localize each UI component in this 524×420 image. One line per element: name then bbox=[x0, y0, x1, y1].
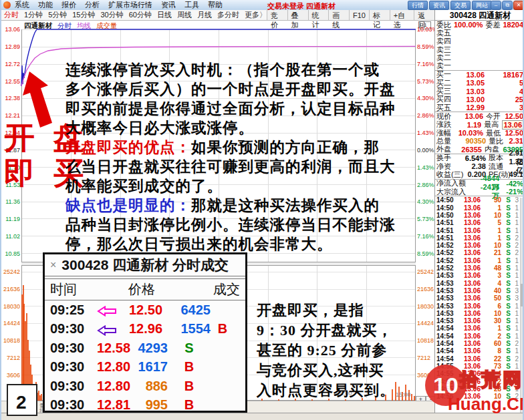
annotation-line: 开盘即买的优点：如果你预测的方向正确，那 bbox=[66, 138, 432, 157]
tick-row[interactable]: 14:52 13.06 21 S 2 bbox=[435, 249, 524, 256]
period-tab[interactable]: 30分钟 bbox=[101, 10, 124, 20]
period-tab[interactable]: 日线 bbox=[157, 10, 172, 20]
annotation-line: 大概率今日必大涨或涨停。 bbox=[66, 118, 432, 138]
toolbar-action-button[interactable]: 标记 bbox=[369, 10, 390, 20]
toolbar-action-button[interactable]: F10 bbox=[349, 10, 369, 20]
annotation-line: 停，那么次日亏损出来的机会非常大。 bbox=[66, 234, 432, 254]
toolbar-action-button[interactable]: +自选 bbox=[390, 10, 414, 20]
period-tab[interactable]: 月线 bbox=[197, 10, 212, 20]
tick-trade-popup[interactable]: × 300428 四通新材 分时成交 时间 价格 成交 09:25 12.50 … bbox=[43, 252, 247, 413]
period-tab[interactable]: 多分时 bbox=[217, 10, 239, 20]
table-row[interactable]: 09:25 12.50 6425 bbox=[45, 300, 245, 320]
menu-item[interactable]: 工具 bbox=[184, 0, 199, 10]
period-tab[interactable]: 5分钟 bbox=[48, 10, 67, 20]
menu-item[interactable]: 系统 bbox=[15, 0, 29, 10]
tick-row[interactable]: 14:51 13.06 1 S 2 bbox=[435, 234, 524, 242]
menu-item[interactable]: 扩展市场行情 bbox=[108, 0, 152, 10]
window-controls: – ⧉ ✕ bbox=[491, 1, 524, 10]
step-number-badge: 2 bbox=[7, 384, 37, 416]
titlebar-nav-button[interactable]: 交易 bbox=[450, 1, 471, 10]
annotation-line: 甚至的 9:25 分前参 bbox=[257, 341, 430, 361]
quote-row: 卖一 bbox=[435, 61, 524, 69]
tick-row[interactable]: 14:54 13.06 1 S 1 bbox=[435, 325, 524, 332]
titlebar-nav-button[interactable]: 行情 bbox=[408, 1, 428, 10]
period-tab[interactable]: 15分钟 bbox=[72, 10, 95, 20]
period-toolbar: 分时1分钟5分钟15分钟30分钟60分钟日线周线月线多分时更多〉 竞价叠加统计画… bbox=[1, 10, 434, 21]
tick-row[interactable]: 14:53 13.06 10 S 1 bbox=[435, 310, 524, 317]
annotation-paragraph-bottom: 开盘即买，是指 9：30 分开盘就买， 甚至的 9:25 分前参 与竞价买入,这… bbox=[257, 300, 430, 401]
tick-row[interactable]: 14:55 13.06 4 S 1 bbox=[435, 370, 524, 377]
highlight-arrow-icon bbox=[97, 304, 117, 315]
toolbar-action-button[interactable]: 竞价 bbox=[267, 10, 287, 20]
quote-sidebar: 委比 100.00% 委差 18204 卖五 卖四 卖三 bbox=[434, 21, 524, 413]
table-row[interactable]: 09:30 12.58 4293 S bbox=[45, 339, 245, 358]
table-row[interactable]: 09:30 12.80 1617 B bbox=[45, 358, 245, 377]
menu-item[interactable]: 功能 bbox=[38, 0, 53, 10]
close-button[interactable]: ✕ bbox=[513, 1, 524, 10]
tick-row[interactable]: 14:55 13.06 72 S 3 bbox=[435, 377, 524, 385]
tick-popup-titlebar: × 300428 四通新材 分时成交 bbox=[45, 254, 245, 276]
tick-row[interactable]: 14:54 13.06 8 S 1 bbox=[435, 347, 524, 355]
annotation-line: 机率能买到成交的了。 bbox=[66, 176, 432, 196]
tick-row[interactable]: 14:51 13.06 1 S 1 bbox=[435, 226, 524, 234]
annotation-paragraph-main: 连续涨停首次买入时机：（指个股在第一个或 多个涨停后买入）的一个时点是开盘即买。… bbox=[66, 60, 432, 254]
period-tab[interactable]: 1分钟 bbox=[24, 10, 43, 20]
toolbar-action-button[interactable]: 画线 bbox=[328, 10, 349, 20]
tick-row[interactable]: 14:54 13.06 2 S 1 bbox=[435, 333, 524, 340]
toolbar-action-button[interactable]: 统计 bbox=[308, 10, 329, 20]
tick-row[interactable]: 14:52 13.06 48 S 1 bbox=[435, 264, 524, 272]
tick-row[interactable]: 14:53 13.06 30 S 1 bbox=[435, 317, 524, 325]
menu-item[interactable]: 分析 bbox=[85, 0, 100, 10]
titlebar: 系统功能报价分析扩展市场行情资讯工具帮助 交易未登录 四通新材 行情资讯交易网站… bbox=[1, 0, 524, 10]
sidebar-scrollbar[interactable] bbox=[520, 198, 524, 413]
annotation-line: 与竞价买入,这种买 bbox=[257, 361, 430, 381]
tick-row[interactable]: 14:54 13.06 22 S 2 bbox=[435, 355, 524, 362]
tick-row[interactable]: 14:53 13.06 50 S 3 bbox=[435, 294, 524, 302]
annotation-line: 开盘即买，是指 bbox=[257, 300, 430, 321]
tick-table-rows: 09:25 12.50 6425 09:30 12.96 1554 B 09: bbox=[45, 300, 245, 413]
sidebar-stock-header: 300428 四通新材 bbox=[434, 10, 524, 21]
period-tab[interactable]: 周线 bbox=[177, 10, 192, 20]
annotation-line: 缺点也是明显的：那就是这种买法操作买入的 bbox=[66, 196, 432, 215]
menu-item[interactable]: 报价 bbox=[61, 0, 76, 10]
menu-item[interactable]: 资讯 bbox=[161, 0, 176, 10]
tick-list: 14:50 13.06 50 S 3 14:50 13.06 1 S 1 14:… bbox=[435, 196, 524, 400]
tick-row[interactable]: 14:53 13.06 6 S 1 bbox=[435, 302, 524, 309]
tick-table-header: 时间 价格 成交 bbox=[45, 279, 245, 300]
tick-row[interactable]: 14:52 13.06 1 S 1 bbox=[435, 257, 524, 264]
tick-row[interactable]: 14:54 13.06 60 S 2 bbox=[435, 340, 524, 347]
app-logo-icon bbox=[3, 1, 11, 9]
tick-row[interactable]: 14:53 13.06 40 S 3 bbox=[435, 287, 524, 294]
annotation-line: 多个涨停后买入）的一个时点是开盘即买。开盘 bbox=[66, 79, 432, 99]
annotation-line: 么当日开盘就买往往可赚到更高的利润，而且大 bbox=[66, 157, 432, 176]
tick-row[interactable]: 14:53 13.06 3 S 1 bbox=[435, 272, 524, 279]
status-bar bbox=[1, 413, 524, 420]
table-row[interactable]: 09:30 12.81 995 B bbox=[45, 396, 245, 413]
highlight-arrow-icon bbox=[97, 324, 117, 335]
toolbar-action-button[interactable]: 叠加 bbox=[287, 10, 308, 20]
tick-row[interactable]: 14:50 13.06 10 S 1 bbox=[435, 212, 524, 219]
period-tab[interactable]: 分时 bbox=[4, 10, 19, 20]
tick-row[interactable]: 14:50 13.06 50 S 3 bbox=[435, 196, 524, 204]
annotation-line: 连续涨停首次买入时机：（指个股在第一个或 bbox=[66, 60, 432, 79]
titlebar-nav-button[interactable]: 网站 bbox=[472, 1, 492, 10]
tick-row[interactable]: 14:51 13.06 5 S 1 bbox=[435, 219, 524, 226]
menu-item[interactable]: 帮助 bbox=[208, 0, 223, 10]
titlebar-nav-button[interactable]: 资讯 bbox=[429, 1, 449, 10]
tick-row[interactable]: 14:53 13.06 4 S 1 bbox=[435, 280, 524, 287]
period-tab[interactable]: 60分钟 bbox=[129, 10, 152, 20]
restore-button[interactable]: ⧉ bbox=[502, 1, 513, 10]
titlebar-nav-buttons: 行情资讯交易网站 bbox=[408, 1, 492, 10]
period-tab[interactable]: 更多〉 bbox=[245, 10, 267, 20]
tick-row[interactable]: 14:50 13.06 1 S 1 bbox=[435, 204, 524, 212]
toolbar-action-button[interactable]: 返回 bbox=[414, 10, 434, 20]
tick-row[interactable]: 14:55 13.06 73 S 1 bbox=[435, 363, 524, 370]
tick-row[interactable]: 14:56 13.06 10 S 2 bbox=[435, 393, 524, 400]
tick-row[interactable]: 14:55 13.06 28 S 1 bbox=[435, 385, 524, 393]
table-row[interactable]: 09:30 12.80 886 B bbox=[45, 377, 245, 396]
popup-close-icon[interactable]: × bbox=[50, 259, 56, 271]
tick-row[interactable]: 14:52 13.06 10 S 2 bbox=[435, 242, 524, 249]
minimize-button[interactable]: – bbox=[491, 1, 501, 10]
period-tabs: 分时1分钟5分钟15分钟30分钟60分钟日线周线月线多分时更多〉 bbox=[1, 10, 267, 20]
table-row[interactable]: 09:30 12.96 1554 B bbox=[45, 320, 245, 339]
